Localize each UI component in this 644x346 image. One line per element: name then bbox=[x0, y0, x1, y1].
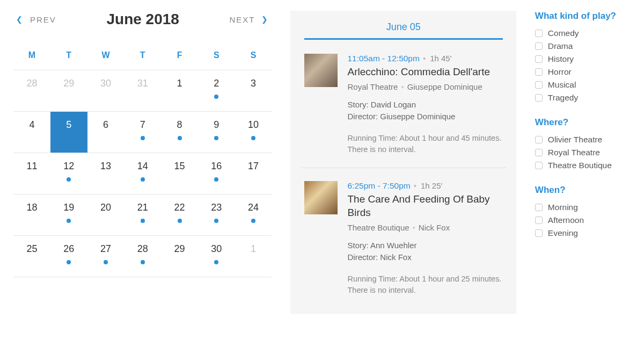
calendar-grid: MTWTFSS 28293031123456789101112131415161… bbox=[13, 44, 272, 277]
filter-option-label: Morning bbox=[548, 203, 578, 212]
prev-month-button[interactable]: ❮ PREV bbox=[16, 15, 56, 24]
filter-option[interactable]: Tragedy bbox=[535, 91, 631, 104]
event-indicator-dot bbox=[178, 136, 182, 140]
calendar-day-number: 27 bbox=[100, 243, 111, 255]
filter-option[interactable]: Theatre Boutique bbox=[535, 159, 631, 172]
calendar-week: 11121314151617 bbox=[13, 153, 272, 194]
event-indicator-dot bbox=[67, 260, 71, 264]
checkbox-icon bbox=[535, 136, 543, 143]
checkbox-icon bbox=[535, 55, 543, 63]
event-meta: Theatre Boutique•Nick Fox bbox=[347, 223, 502, 232]
calendar-day-number: 9 bbox=[214, 119, 219, 131]
calendar-day[interactable]: 7 bbox=[124, 112, 161, 153]
calendar-day-number: 30 bbox=[211, 243, 222, 255]
filter-option-label: Olivier Theatre bbox=[548, 135, 602, 145]
calendar-day[interactable]: 4 bbox=[13, 112, 50, 153]
calendar-day[interactable]: 19 bbox=[50, 194, 87, 235]
filter-option[interactable]: Comedy bbox=[535, 27, 631, 40]
filter-option-label: Drama bbox=[548, 41, 573, 51]
calendar-day[interactable]: 26 bbox=[50, 236, 87, 277]
calendar-day[interactable]: 21 bbox=[124, 194, 161, 235]
calendar-day[interactable]: 5 bbox=[50, 112, 87, 153]
chevron-left-icon: ❮ bbox=[16, 15, 24, 24]
checkbox-icon bbox=[535, 149, 543, 156]
calendar-day[interactable]: 14 bbox=[124, 153, 161, 194]
filter-option[interactable]: Morning bbox=[535, 201, 631, 214]
event-card[interactable]: 6:25pm - 7:50pm1h 25'The Care And Feedin… bbox=[301, 178, 505, 308]
event-body: 6:25pm - 7:50pm1h 25'The Care And Feedin… bbox=[347, 181, 502, 297]
filter-option[interactable]: Royal Theatre bbox=[535, 146, 631, 159]
calendar-day[interactable]: 3 bbox=[235, 70, 272, 111]
calendar-day[interactable]: 13 bbox=[87, 153, 125, 194]
checkbox-icon bbox=[535, 68, 543, 76]
event-indicator-dot bbox=[214, 260, 218, 264]
calendar-day[interactable]: 1 bbox=[161, 70, 198, 111]
calendar-day[interactable]: 2 bbox=[198, 70, 235, 111]
calendar-day-number: 16 bbox=[211, 161, 222, 172]
event-running-time: Running Time: About 1 hour and 45 minute… bbox=[347, 133, 502, 156]
calendar-day[interactable]: 23 bbox=[198, 194, 235, 235]
calendar-day-number: 29 bbox=[63, 78, 74, 89]
calendar-day[interactable]: 22 bbox=[161, 194, 198, 235]
calendar-day-number: 20 bbox=[100, 202, 111, 213]
calendar-day-number: 28 bbox=[137, 243, 148, 255]
next-month-button[interactable]: NEXT ❯ bbox=[229, 15, 269, 24]
calendar-day[interactable]: 30 bbox=[87, 70, 125, 111]
calendar-day[interactable]: 6 bbox=[87, 112, 125, 153]
checkbox-icon bbox=[535, 42, 543, 50]
filter-option[interactable]: Evening bbox=[535, 227, 631, 240]
calendar-day-number: 31 bbox=[137, 78, 148, 89]
calendar-day[interactable]: 28 bbox=[124, 236, 161, 277]
calendar-day-number: 11 bbox=[26, 161, 37, 172]
calendar-day-number: 1 bbox=[177, 78, 182, 89]
calendar-day[interactable]: 30 bbox=[198, 236, 235, 277]
calendar-weekday: T bbox=[50, 44, 87, 70]
filter-option[interactable]: Olivier Theatre bbox=[535, 133, 631, 146]
calendar-day-number: 24 bbox=[248, 202, 259, 213]
calendar-day[interactable]: 17 bbox=[235, 153, 272, 194]
event-venue: Theatre Boutique bbox=[347, 223, 409, 232]
calendar-day[interactable]: 29 bbox=[50, 70, 87, 111]
calendar-header: ❮ PREV June 2018 NEXT ❯ bbox=[13, 11, 272, 28]
filter-option[interactable]: Horror bbox=[535, 66, 631, 78]
events-panel: June 05 11:05am - 12:50pm1h 45'Arlecchin… bbox=[290, 11, 516, 314]
calendar-day[interactable]: 9 bbox=[198, 112, 235, 153]
event-indicator-dot bbox=[251, 136, 255, 140]
calendar-week: 28293031123 bbox=[13, 70, 272, 112]
filter-option[interactable]: Afternoon bbox=[535, 214, 631, 227]
filter-group-when: When? MorningAfternoonEvening bbox=[535, 185, 631, 240]
filter-option[interactable]: Musical bbox=[535, 78, 631, 91]
calendar-day-number: 3 bbox=[251, 78, 256, 89]
calendar-day[interactable]: 31 bbox=[124, 70, 161, 111]
filter-option[interactable]: History bbox=[535, 53, 631, 66]
calendar-weekday: M bbox=[13, 44, 50, 70]
filter-option[interactable]: Drama bbox=[535, 40, 631, 53]
calendar-day[interactable]: 24 bbox=[235, 194, 272, 235]
event-thumbnail bbox=[304, 181, 338, 214]
calendar-day[interactable]: 25 bbox=[13, 236, 50, 277]
checkbox-icon bbox=[535, 217, 543, 224]
separator-dot: • bbox=[413, 223, 415, 232]
event-venue: Royal Theatre bbox=[347, 82, 398, 91]
calendar-weekday: T bbox=[124, 44, 161, 70]
event-indicator-dot bbox=[141, 177, 145, 182]
calendar-day[interactable]: 16 bbox=[198, 153, 235, 194]
calendar-day[interactable]: 8 bbox=[161, 112, 198, 153]
filter-option-label: Horror bbox=[548, 67, 572, 77]
calendar-day-number: 21 bbox=[137, 202, 148, 213]
calendar-day[interactable]: 29 bbox=[161, 236, 198, 277]
calendar-day[interactable]: 20 bbox=[87, 194, 125, 235]
calendar-day[interactable]: 27 bbox=[87, 236, 125, 277]
calendar-weekday-row: MTWTFSS bbox=[13, 44, 272, 70]
calendar-day[interactable]: 28 bbox=[13, 70, 50, 111]
calendar-day[interactable]: 12 bbox=[50, 153, 87, 194]
event-card[interactable]: 11:05am - 12:50pm1h 45'Arlecchino: Comme… bbox=[301, 51, 505, 168]
calendar-day-number: 4 bbox=[29, 119, 34, 131]
calendar-day[interactable]: 1 bbox=[235, 236, 272, 277]
event-indicator-dot bbox=[251, 219, 255, 223]
calendar-day[interactable]: 18 bbox=[13, 194, 50, 235]
calendar-day[interactable]: 10 bbox=[235, 112, 272, 153]
calendar-day[interactable]: 15 bbox=[161, 153, 198, 194]
event-running-time: Running Time: About 1 hour and 25 minute… bbox=[347, 273, 502, 297]
calendar-day[interactable]: 11 bbox=[13, 153, 50, 194]
